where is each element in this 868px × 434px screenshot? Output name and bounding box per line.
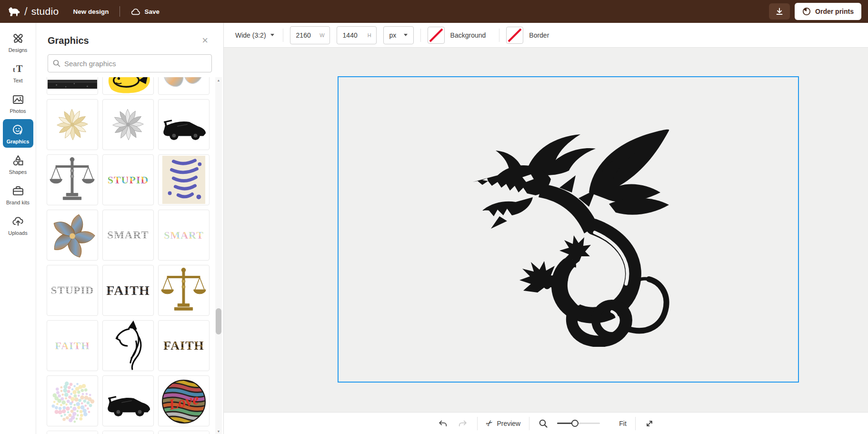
close-panel-icon[interactable]: × <box>202 35 212 46</box>
briefcase-icon <box>12 185 24 197</box>
sidebar-item-designs[interactable]: Designs <box>3 28 33 56</box>
scroll-up-icon[interactable]: ▲ <box>215 77 222 83</box>
download-button[interactable] <box>769 3 790 20</box>
brand-name: studio <box>31 6 59 17</box>
sidebar-item-brand-kits[interactable]: Brand kits <box>3 180 33 209</box>
background-color-control[interactable]: Background <box>428 27 486 44</box>
graphic-thumbnail-gold-scales-of-justice[interactable] <box>158 265 210 316</box>
zoom-button[interactable] <box>538 418 549 429</box>
zoom-slider-handle[interactable] <box>571 420 579 427</box>
bottom-bar-divider <box>477 417 478 430</box>
size-preset-dropdown[interactable]: Wide (3:2) <box>233 29 276 42</box>
sidebar-item-shapes[interactable]: Shapes <box>3 150 33 178</box>
graphic-thumbnail-indigo-matisse-pattern[interactable] <box>158 154 210 205</box>
sidebar-item-text[interactable]: t T Text <box>3 58 33 87</box>
smiley-bolt-icon <box>12 124 24 136</box>
width-field[interactable]: W <box>290 26 330 44</box>
panel-title: Graphics <box>48 35 89 46</box>
border-label: Border <box>529 31 549 39</box>
graphic-thumbnail-stupid-word-art-gray[interactable]: STUPID <box>47 265 98 316</box>
sidebar-item-graphics[interactable]: Graphics <box>3 119 33 148</box>
graphic-thumbnail-grunge-texture-strip[interactable] <box>47 77 98 95</box>
scrollbar-thumb[interactable] <box>216 308 221 334</box>
graphic-thumbnail-faith-word-art-dark[interactable]: FAITH <box>102 265 154 316</box>
preview-button[interactable]: ✂ Preview <box>486 418 520 428</box>
save-button[interactable]: Save <box>130 7 160 16</box>
svg-text:T: T <box>16 63 23 74</box>
graphics-search[interactable] <box>48 54 212 72</box>
header-divider <box>120 6 120 17</box>
preview-label: Preview <box>497 420 520 427</box>
cloud-icon <box>130 7 141 16</box>
new-design-button[interactable]: New design <box>73 8 109 15</box>
graphic-thumbnail-black-race-car[interactable] <box>158 99 210 150</box>
graphic-thumbnail-smart-word-art-pastel[interactable]: SMART <box>158 210 210 261</box>
redo-button[interactable] <box>457 418 469 429</box>
graphic-thumbnail-gradient-sunglasses[interactable] <box>158 77 210 95</box>
width-input[interactable] <box>296 31 319 39</box>
sidebar-label: Brand kits <box>6 200 30 205</box>
graphic-thumbnail-partial-thumbnail[interactable] <box>102 431 154 434</box>
upload-cloud-icon <box>12 215 24 228</box>
magnifier-icon <box>539 419 548 428</box>
preview-scissors-icon: ✂ <box>484 417 495 429</box>
no-border-swatch[interactable] <box>506 27 523 44</box>
graphic-thumbnail-love-rope-ball[interactable]: Love <box>158 375 210 426</box>
graphic-thumbnail-faith-word-art-pastel[interactable]: FAITH <box>47 320 98 371</box>
no-background-swatch[interactable] <box>428 27 445 44</box>
sidebar-label: Designs <box>9 47 28 53</box>
app-logo[interactable]: / studio <box>8 5 59 18</box>
border-color-control[interactable]: Border <box>506 27 549 44</box>
tribal-dragon-graphic[interactable] <box>466 123 671 347</box>
undo-button[interactable] <box>437 418 449 429</box>
graphic-thumbnail-black-race-car[interactable] <box>102 375 154 426</box>
graphic-thumbnail-pastel-confetti-ball[interactable] <box>47 375 98 426</box>
scroll-down-icon[interactable]: ▼ <box>215 428 222 434</box>
graphic-thumbnail-partial-thumbnail[interactable] <box>47 431 98 434</box>
canvas-toolbar: Wide (3:2) W H px Background <box>224 23 868 48</box>
canvas-bottom-bar: ✂ Preview Fit <box>224 412 868 434</box>
sidebar-item-photos[interactable]: Photos <box>3 89 33 117</box>
sidebar-item-uploads[interactable]: Uploads <box>3 211 33 239</box>
graphic-thumbnail-stupid-word-art-confetti[interactable]: STUPID <box>102 154 154 205</box>
order-prints-button[interactable]: Order prints <box>795 3 861 20</box>
height-suffix: H <box>368 32 371 38</box>
artboard-selected[interactable] <box>338 76 799 383</box>
sidebar-label: Text <box>13 78 22 83</box>
fullscreen-button[interactable] <box>644 418 655 429</box>
search-icon <box>53 60 60 67</box>
graphic-thumbnail-partial-thumbnail[interactable] <box>158 431 210 434</box>
chevron-down-icon <box>270 34 274 36</box>
panel-scrollbar[interactable]: ▲ ▼ <box>215 77 222 434</box>
graphic-thumbnail-dog-head-line-art[interactable] <box>102 320 154 371</box>
graphic-thumbnail-faith-word-art-leopard[interactable]: FAITH <box>158 320 210 371</box>
pie-clock-icon <box>802 7 811 16</box>
crossed-pencils-icon <box>12 32 24 45</box>
horse-logo-icon <box>8 6 20 17</box>
sidebar-label: Graphics <box>7 139 30 144</box>
left-sidebar: Designs t T Text Photos <box>0 23 36 434</box>
width-suffix: W <box>319 32 324 38</box>
sidebar-label: Uploads <box>8 230 27 236</box>
zoom-slider[interactable] <box>557 420 600 427</box>
size-preset-value: Wide (3:2) <box>235 31 266 39</box>
height-field[interactable]: H <box>337 26 377 44</box>
design-canvas[interactable] <box>224 48 868 412</box>
unit-dropdown[interactable]: px <box>383 26 414 44</box>
photo-icon <box>12 93 24 106</box>
graphic-thumbnail-yellow-fish-doodle[interactable] <box>102 77 154 95</box>
svg-text:t: t <box>13 66 15 73</box>
graphic-thumbnail-orange-blue-swirl-star[interactable] <box>47 210 98 261</box>
sidebar-label: Shapes <box>9 169 27 175</box>
graphic-thumbnail-silver-scales-of-justice[interactable] <box>47 154 98 205</box>
graphic-thumbnail-silver-spiral-flower[interactable] <box>102 99 154 150</box>
graphic-thumbnail-gold-spiral-flower[interactable] <box>47 99 98 150</box>
height-input[interactable] <box>343 31 366 39</box>
fit-button[interactable]: Fit <box>619 420 627 427</box>
search-input[interactable] <box>64 60 207 68</box>
graphic-thumbnail-smart-word-art-gray[interactable]: SMART <box>102 210 154 261</box>
shapes-icon <box>12 154 24 167</box>
toolbar-divider <box>283 29 283 42</box>
undo-icon <box>438 419 448 428</box>
background-label: Background <box>450 31 486 39</box>
